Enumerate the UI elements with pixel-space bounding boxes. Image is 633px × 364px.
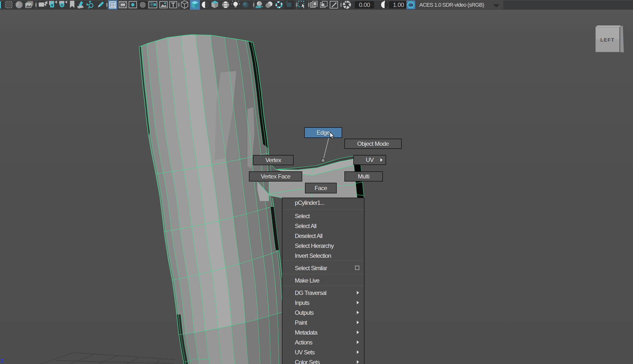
svg-text:ON: ON [408, 3, 413, 7]
svg-text:LEFT: LEFT [600, 37, 615, 42]
svg-text:z: z [1, 357, 4, 364]
